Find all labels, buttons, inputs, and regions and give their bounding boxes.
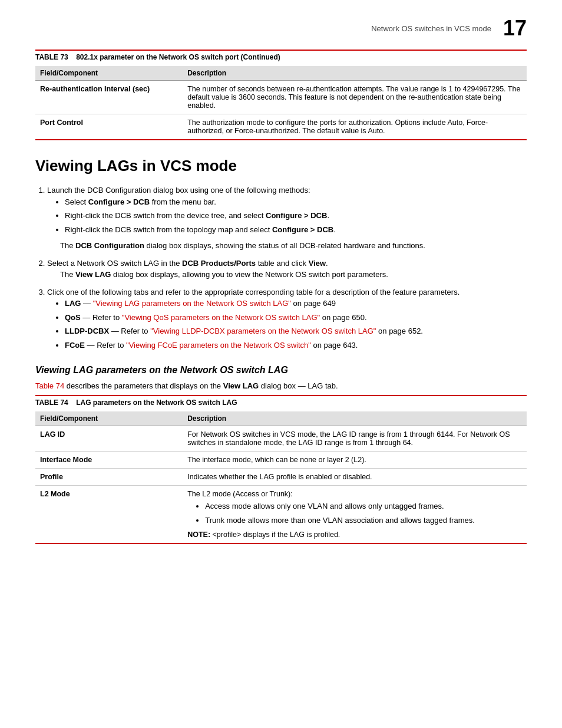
step1-text: Launch the DCB Configuration dialog box …	[47, 186, 310, 195]
bold-dcb-configuration: DCB Configuration	[75, 241, 144, 250]
list-item: Right-click the DCB switch from the devi…	[65, 210, 527, 222]
step3-text: Click one of the following tabs and refe…	[47, 288, 459, 297]
l2-mode-bullets: Access mode allows only one VLAN and all…	[205, 500, 522, 526]
field-profile: Profile	[35, 469, 183, 486]
list-item: QoS — Refer to "Viewing QoS parameters o…	[65, 312, 527, 324]
list-item: Right-click the DCB switch from the topo…	[65, 224, 527, 236]
tab-lag-label: LAG	[65, 299, 81, 308]
table74-col-desc: Description	[183, 411, 527, 426]
list-item: Access mode allows only one VLAN and all…	[205, 500, 522, 512]
step1-followup: The DCB Configuration dialog box display…	[60, 240, 527, 252]
table74-ref-mid: describes the parameters that displays o…	[67, 381, 223, 390]
step2-text: Select a Network OS switch LAG in the DC…	[47, 259, 328, 268]
table-row: LAG ID For Network OS switches in VCS mo…	[35, 426, 527, 452]
steps-list: Launch the DCB Configuration dialog box …	[47, 185, 527, 351]
bold-dcb-products-ports: DCB Products/Ports	[182, 259, 256, 268]
table73-caption: TABLE 73 802.1x parameter on the Network…	[35, 50, 527, 64]
table73: Field/Component Description Re-authentic…	[35, 66, 527, 140]
table73-caption-text: 802.1x parameter on the Network OS switc…	[76, 53, 280, 61]
table-row: L2 Mode The L2 mode (Access or Trunk): A…	[35, 486, 527, 544]
subsection-heading: Viewing LAG parameters on the Network OS…	[35, 365, 527, 375]
table-row: Re-authentication Interval (sec) The num…	[35, 81, 527, 114]
step-2: Select a Network OS switch LAG in the DC…	[47, 258, 527, 281]
page-container: Network OS switches in VCS mode 17 TABLE…	[0, 0, 562, 728]
desc-interface-mode: The interface mode, which can be none or…	[183, 452, 527, 469]
section-heading: Viewing LAGs in VCS mode	[35, 157, 527, 175]
bold-configure-dcb-1: Configure > DCB	[88, 197, 150, 206]
link-lldp[interactable]: "Viewing LLDP-DCBX parameters on the Net…	[150, 327, 376, 335]
field-interface-mode: Interface Mode	[35, 452, 183, 469]
l2-mode-intro: The L2 mode (Access or Trunk):	[187, 490, 293, 498]
table74-caption: TABLE 74 LAG parameters on the Network O…	[35, 395, 527, 409]
desc-l2-mode: The L2 mode (Access or Trunk): Access mo…	[183, 486, 527, 544]
link-table74[interactable]: Table 74	[35, 381, 64, 390]
step-1: Launch the DCB Configuration dialog box …	[47, 185, 527, 252]
table74-col-field: Field/Component	[35, 411, 183, 426]
desc-profile: Indicates whether the LAG profile is ena…	[183, 469, 527, 486]
bold-view: View	[309, 259, 326, 268]
field-l2-mode: L2 Mode	[35, 486, 183, 544]
tab-qos-label: QoS	[65, 313, 81, 322]
table73-label: TABLE 73	[35, 53, 68, 61]
step1-bullets: Select Configure > DCB from the menu bar…	[65, 196, 527, 236]
list-item: LLDP-DCBX — Refer to "Viewing LLDP-DCBX …	[65, 325, 527, 337]
bold-configure-dcb-2: Configure > DCB	[266, 211, 327, 220]
table-row: Profile Indicates whether the LAG profil…	[35, 469, 527, 486]
desc-lag-id: For Network OS switches in VCS mode, the…	[183, 426, 527, 452]
list-item: Trunk mode allows more than one VLAN ass…	[205, 515, 522, 526]
link-fcoe[interactable]: "Viewing FCoE parameters on the Network …	[126, 341, 311, 350]
tab-fcoe-label: FCoE	[65, 341, 85, 350]
table73-col-desc: Description	[183, 66, 527, 81]
page-number: 17	[503, 18, 527, 39]
list-item: FCoE — Refer to "Viewing FCoE parameters…	[65, 340, 527, 351]
note-text: <profile> displays if the LAG is profile…	[213, 531, 340, 539]
table74-ref-after: dialog box — LAG tab.	[261, 381, 338, 390]
step2-followup: The View LAG dialog box displays, allowi…	[60, 269, 527, 281]
bold-configure-dcb-3: Configure > DCB	[272, 225, 333, 234]
bold-view-lag-2: View LAG	[223, 381, 259, 390]
list-item: Select Configure > DCB from the menu bar…	[65, 196, 527, 208]
table74-ref-line: Table 74 describes the parameters that d…	[35, 381, 527, 390]
table74-caption-text: LAG parameters on the Network OS switch …	[76, 398, 237, 407]
field-port-control: Port Control	[35, 114, 183, 140]
table74: Field/Component Description LAG ID For N…	[35, 411, 527, 544]
step3-bullets: LAG — "Viewing LAG parameters on the Net…	[65, 298, 527, 351]
list-item: LAG — "Viewing LAG parameters on the Net…	[65, 298, 527, 309]
desc-port-control: The authorization mode to configure the …	[183, 114, 527, 140]
table-row: Interface Mode The interface mode, which…	[35, 452, 527, 469]
l2-mode-note: NOTE: <profile> displays if the LAG is p…	[187, 531, 522, 539]
field-lag-id: LAG ID	[35, 426, 183, 452]
page-header: Network OS switches in VCS mode 17	[35, 18, 527, 39]
step-3: Click one of the following tabs and refe…	[47, 286, 527, 351]
bold-view-lag: View LAG	[75, 270, 111, 279]
tab-lldp-label: LLDP-DCBX	[65, 327, 109, 335]
header-title: Network OS switches in VCS mode	[371, 24, 491, 33]
table73-col-field: Field/Component	[35, 66, 183, 81]
table74-label: TABLE 74	[35, 398, 68, 407]
field-reauth-interval: Re-authentication Interval (sec)	[35, 81, 183, 114]
note-label: NOTE:	[187, 531, 210, 539]
link-qos[interactable]: "Viewing QoS parameters on the Network O…	[122, 313, 320, 322]
link-lag[interactable]: "Viewing LAG parameters on the Network O…	[93, 299, 291, 308]
desc-reauth-interval: The number of seconds between re-authent…	[183, 81, 527, 114]
table-row: Port Control The authorization mode to c…	[35, 114, 527, 140]
